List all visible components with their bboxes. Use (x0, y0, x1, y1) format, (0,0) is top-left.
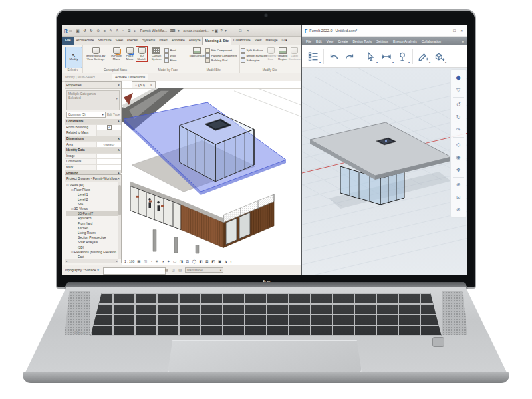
orbit-icon[interactable]: ↺ (451, 98, 466, 111)
revit-drawing-area[interactable]: ⌂ {3D} × (122, 81, 301, 265)
orbit-axis-icon[interactable]: ↻ (451, 111, 466, 124)
browser-vertical-scrollbar[interactable] (118, 182, 121, 259)
view-cube-icon[interactable]: ◆ (451, 71, 466, 84)
tab-file[interactable]: File (62, 37, 74, 45)
account-name[interactable]: cesar.escalant... (183, 29, 209, 33)
look-around-icon[interactable]: ◇ (451, 138, 466, 151)
merge-surfaces-button[interactable]: Merge Surfaces (241, 53, 267, 59)
tab-manage[interactable]: Manage (263, 37, 279, 45)
tree-item[interactable]: From Yard (66, 221, 121, 226)
help-icons[interactable]: ▣ ? ▾ (215, 29, 227, 33)
floor-button[interactable]: Floor (164, 58, 177, 63)
redo-icon[interactable] (344, 51, 356, 63)
view-tab-3d[interactable]: ⌂ {3D} × (132, 81, 156, 88)
tab-precast[interactable]: Precast (125, 37, 140, 45)
pan-icon[interactable]: ✥ (451, 164, 466, 176)
room-bounding-checkbox[interactable]: ✓ (107, 125, 112, 130)
wall-button[interactable]: Wall (164, 53, 177, 59)
menu-file[interactable]: File (306, 39, 311, 43)
zoom-in-icon[interactable]: ⊕ (451, 178, 466, 191)
draw-pencil-icon[interactable]: ▾ (417, 51, 429, 63)
camera-frustum-icon[interactable]: ▽ (451, 84, 466, 96)
tabs-overflow-icon[interactable]: ⊡ ▾ (279, 37, 289, 45)
show-mass-button[interactable]: Show Mass by View Settings (84, 47, 108, 61)
tab-collaborate[interactable]: Collaborate (231, 37, 253, 45)
select-cursor-icon[interactable]: ▾ (364, 51, 376, 63)
status-icons[interactable]: ▧ ◫ ▤ (165, 268, 183, 272)
tree-item[interactable]: Living Room (66, 231, 121, 235)
quick-access-toolbar[interactable]: ▭ ▣ ↺ ↻ ⊖ ≡ ✎ A ◔ ⊞ ▸ (69, 29, 138, 33)
menu-design-tools[interactable]: Design Tools (352, 39, 372, 43)
parking-component-button[interactable]: Parking Component (205, 53, 237, 59)
formit-canvas[interactable]: ◆ ▽ ↺ ↻ ↷ ◇ ◉ ✥ ⊕ ⊡ ⊛ (302, 68, 467, 275)
revit-logo-icon[interactable]: R (64, 28, 68, 34)
modify-button[interactable]: ↖ Modify (65, 47, 82, 68)
tree-item[interactable]: Level 2 (66, 198, 121, 202)
tree-item[interactable]: Section Perspective (66, 235, 121, 240)
tree-item[interactable]: Solar Analysis (66, 240, 121, 245)
view-control-bar[interactable]: 1 : 100 ▦ ◫ ◔ ☀ ◑ ✦ ▭ ◨ ⊡ ◯ ◧ ⊠ ◩ ▣ ◮ ‹ (124, 259, 233, 263)
activate-dimensions-button[interactable]: Activate Dimensions (112, 74, 148, 80)
tab-systems[interactable]: Systems (140, 37, 157, 45)
properties-filter-select[interactable]: Common (5)▾ (66, 112, 106, 118)
place-mass-button[interactable]: Place Mass (124, 47, 136, 61)
group-label-select[interactable]: Select ▾ (63, 68, 82, 73)
tree-item[interactable]: ⊟Elevations (Building Elevation (66, 250, 121, 255)
walk-icon[interactable]: ◉ (451, 151, 466, 164)
section-identity-data[interactable]: Identity Data∧ (65, 148, 121, 154)
status-search-input[interactable] (103, 267, 166, 275)
type-selector[interactable]: Multiple Categories Selected ▾ (66, 90, 120, 110)
spin-icon[interactable]: ↷ (451, 124, 466, 136)
group-label-model-site[interactable]: Model Site (188, 68, 239, 73)
tab-analyze[interactable]: Analyze (187, 37, 203, 45)
dimension-icon[interactable]: ▾ (380, 51, 392, 63)
menu-edit[interactable]: Edit (316, 39, 322, 43)
tab-architecture[interactable]: Architecture (74, 37, 96, 45)
tab-massing-site[interactable]: Massing & Site (202, 37, 231, 45)
group-label-modify-site[interactable]: Modify Site (240, 68, 300, 73)
infocenter-icons[interactable]: ⌨ ● (170, 29, 180, 33)
tree-item[interactable]: ⊟3D Views (66, 207, 121, 211)
zoom-window-icon[interactable]: ⊡ (451, 191, 466, 203)
browser-horizontal-scrollbar[interactable]: ◂▸ (65, 259, 118, 263)
revit-window-controls[interactable]: — □ × (230, 29, 251, 33)
menu-overflow-icon[interactable]: » (462, 39, 464, 43)
inspect-probe-icon[interactable]: ▾ (396, 51, 408, 63)
tree-item[interactable]: ⊟Floor Plans (66, 188, 121, 192)
view-control-icons[interactable]: ▦ ◫ ◔ ☀ ◑ ✦ ▭ ◨ ⊡ ◯ ◧ ⊠ ◩ ▣ ◮ ‹ (137, 259, 232, 263)
menu-collaboration[interactable]: Collaboration (422, 39, 441, 43)
tree-item[interactable]: ⊟Views (all) (66, 183, 121, 188)
group-label-conceptual-mass[interactable]: Conceptual Mass (83, 68, 148, 73)
building-pad-button[interactable]: Building Pad (205, 58, 237, 63)
tree-item[interactable]: Level 1 (66, 192, 121, 197)
tab-structure[interactable]: Structure (96, 37, 113, 45)
curtain-system-button[interactable]: Curtain System (149, 47, 164, 61)
menu-view[interactable]: View (327, 39, 334, 43)
menu-create[interactable]: Create (338, 39, 348, 43)
section-constraints[interactable]: Constraints∧ (65, 119, 121, 125)
tree-item[interactable]: {3D} (66, 245, 121, 249)
tab-annotate[interactable]: Annotate (170, 37, 187, 45)
layers-list-icon[interactable]: ▾ (307, 51, 319, 63)
properties-close-icon[interactable]: × (118, 83, 120, 87)
section-dimensions[interactable]: Dimensions∧ (65, 136, 121, 142)
toposurface-button[interactable]: Toposurface (189, 47, 205, 58)
primitive-cube-icon[interactable]: ▾ (433, 51, 445, 63)
project-browser-close-icon[interactable]: × (118, 176, 120, 180)
main-model-select[interactable]: Main Model▾ (185, 267, 223, 273)
group-label-model-by-face[interactable]: Model by Face (148, 68, 188, 73)
menu-energy-analysis[interactable]: Energy Analysis (393, 39, 417, 43)
tab-view[interactable]: View (253, 37, 264, 45)
tab-steel[interactable]: Steel (114, 37, 125, 45)
graded-region-button[interactable]: Graded Region (277, 47, 289, 61)
tab-insert[interactable]: Insert (157, 37, 170, 45)
formit-window-controls[interactable]: — □ × (444, 29, 465, 33)
roof-button[interactable]: Roof (164, 48, 177, 53)
3d-sketch-button[interactable]: 3D Sketch (136, 47, 147, 61)
edit-type-button[interactable]: Edit Type (107, 113, 120, 116)
tree-item-selected[interactable]: 3D-FormIT (66, 211, 121, 216)
undo-icon[interactable] (328, 51, 340, 63)
tree-item[interactable]: Site (66, 202, 121, 207)
site-component-button[interactable]: Site Component (205, 48, 237, 53)
tree-item[interactable]: Approach (66, 216, 121, 221)
